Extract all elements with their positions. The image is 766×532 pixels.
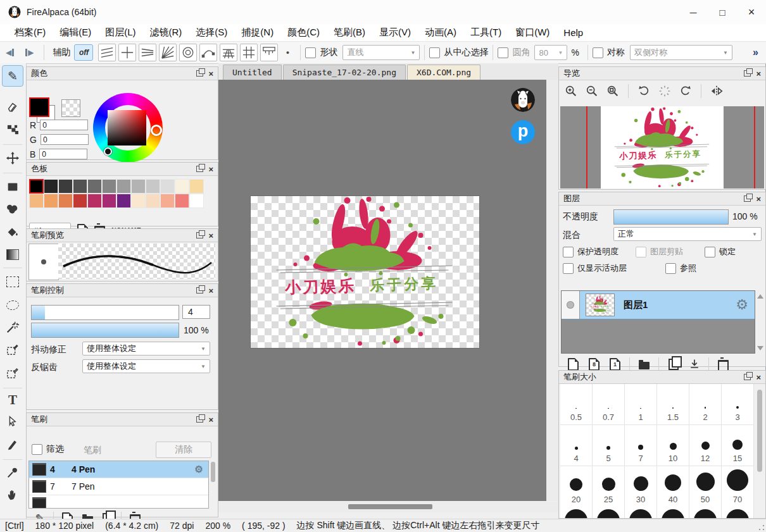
palette-swatch[interactable] [175,179,189,194]
scroll-up-arrow[interactable] [757,294,763,299]
menu-item[interactable]: 颜色(C) [280,27,327,39]
brush-size-option[interactable] [560,505,593,518]
close-icon[interactable]: × [756,373,761,381]
brush-size-option[interactable]: 7 [625,425,657,466]
menu-item[interactable]: 工具(T) [463,27,508,39]
snap-perspective-button[interactable] [220,44,237,61]
palette-swatch[interactable] [102,179,116,194]
palette-swatch[interactable] [102,194,116,208]
float-panel-icon[interactable] [744,195,751,202]
scrollbar-thumb[interactable] [348,504,432,509]
eyedropper-tool[interactable] [2,462,23,483]
brush-size-option[interactable]: 25 [593,466,625,507]
brush-size-option[interactable]: 2 [689,384,722,425]
rotate-left-button[interactable] [636,83,652,99]
float-panel-icon[interactable] [196,232,203,238]
float-panel-icon[interactable] [744,374,751,380]
brush-size-option[interactable]: 30 [625,466,657,507]
palette-swatch[interactable] [44,194,58,208]
layer-row[interactable]: 图层1 ⚙ [562,291,755,319]
round-corner-checkbox[interactable] [498,47,508,58]
palette-swatch[interactable] [160,194,175,208]
close-button[interactable]: × [737,0,766,24]
brush-size-option[interactable]: 15 [722,425,754,466]
canvas-viewport[interactable]: p [218,80,546,501]
brush-size-option[interactable]: 40 [657,466,689,507]
layer-visibility-toggle[interactable] [562,291,580,319]
zoom-out-button[interactable] [584,83,600,99]
tab-x6d[interactable]: X6D.COM.png [407,65,480,80]
float-panel-icon[interactable] [196,166,203,172]
float-panel-icon[interactable] [196,70,203,77]
layer-opacity-slider[interactable] [613,209,729,225]
undo-nav-button[interactable]: ◀ [0,48,20,57]
palette-swatch[interactable] [29,179,44,194]
pen-tool[interactable] [2,433,23,455]
saturation-value-square[interactable] [108,110,146,145]
tab-snipaste[interactable]: Snipaste_17-02-20.png [283,65,406,80]
brush-size-scrollbar[interactable] [757,390,762,472]
brush-size-option[interactable]: 70 [722,466,754,507]
close-icon[interactable]: × [208,70,213,78]
rotate-right-button[interactable] [677,83,694,99]
scroll-down-arrow[interactable] [757,346,763,350]
close-icon[interactable]: × [208,232,213,240]
brush-size-option[interactable]: 0.7 [593,384,625,425]
snap-dot-button[interactable]: ● [281,44,294,61]
blend-mode-select[interactable]: 正常▼ [613,227,762,241]
close-icon[interactable]: × [208,165,213,173]
stabilize-select[interactable]: 使用整体设定▼ [82,342,210,356]
palette-swatch[interactable] [73,194,87,208]
brush-size-option[interactable]: 50 [689,466,722,507]
brush-size-value[interactable]: 4 [182,305,210,319]
snap-grid-button[interactable] [240,44,258,61]
gear-icon[interactable]: ⚙ [195,464,203,475]
menu-item[interactable]: 图层(L) [98,27,142,39]
palette-swatch[interactable] [189,194,204,208]
minimize-button[interactable]: ─ [679,0,708,24]
flip-horizontal-button[interactable] [708,83,725,99]
rect-select-tool[interactable] [2,271,23,292]
brush-size-option[interactable]: 4 [560,425,593,466]
palette-swatch[interactable] [146,194,160,208]
reference-checkbox[interactable] [665,263,676,274]
float-panel-icon[interactable] [196,287,203,294]
navigator-preview[interactable] [560,106,764,189]
palette-swatch[interactable] [58,194,73,208]
move-tool[interactable] [2,147,23,169]
snap-cross-button[interactable] [118,44,136,61]
eraser-tool[interactable] [2,97,23,118]
pixiv-button[interactable]: p [511,120,535,144]
brush-size-option[interactable] [722,505,754,518]
brush-size-option[interactable] [689,505,722,518]
lasso-select-tool[interactable] [2,294,23,316]
dot-tool[interactable] [2,119,23,140]
menu-item[interactable]: 显示(V) [372,27,418,39]
canvas-horizontal-scrollbar[interactable] [218,502,558,512]
brush-size-option[interactable]: 1.5 [657,384,689,425]
brush-tool[interactable]: ✎ [2,65,23,87]
sv-selector[interactable] [104,147,112,156]
hand-tool[interactable] [2,484,23,505]
gradient-tool[interactable] [2,244,23,265]
redo-nav-button[interactable]: ▶ [20,48,39,57]
brush-size-option[interactable]: 12 [689,425,722,466]
menu-item[interactable]: 捕捉(N) [234,27,280,39]
menu-item[interactable]: 编辑(E) [53,27,98,39]
firealpaca-logo-button[interactable] [511,88,535,112]
select-eraser-tool[interactable] [2,362,23,384]
green-slider[interactable]: 0 [41,134,89,145]
hue-selector[interactable] [151,125,162,136]
menu-item[interactable]: Help [556,27,590,38]
canvas-vertical-scrollbar[interactable] [546,80,558,501]
snap-parallel-button[interactable] [98,44,116,61]
brush-list-scrollbar[interactable] [211,462,215,482]
snap-vanish-button[interactable] [139,44,156,61]
palette-swatch[interactable] [58,179,73,194]
palette-swatch[interactable] [73,179,87,194]
brush-size-slider[interactable] [31,305,179,320]
brush-size-option[interactable]: 1 [625,384,657,425]
palette-swatch[interactable] [146,179,160,194]
brush-size-option[interactable]: 3 [722,384,754,425]
menu-item[interactable]: 动画(A) [418,27,463,39]
